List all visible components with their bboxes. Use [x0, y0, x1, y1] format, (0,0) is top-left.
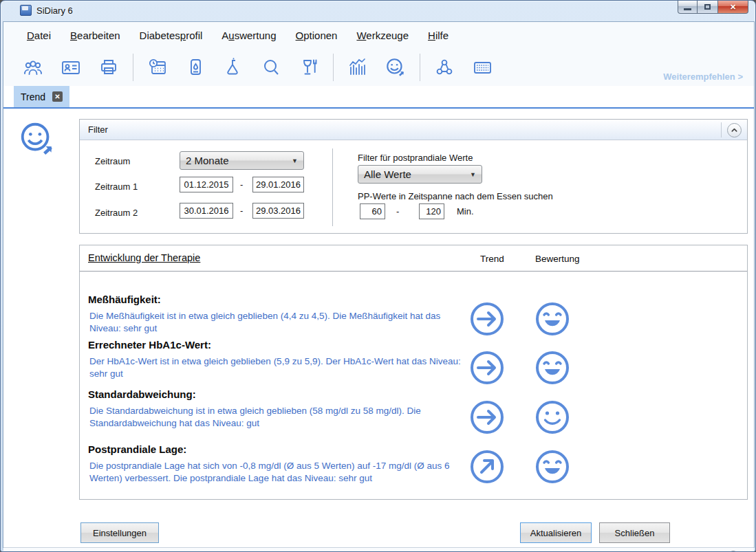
- lab-values-button[interactable]: [217, 54, 249, 81]
- lab-flask-icon: [223, 57, 244, 78]
- row-title-postprandiale-lage: Postprandiale Lage:: [88, 443, 186, 455]
- menu-diabetesprofil[interactable]: Diabetesprofil: [131, 27, 211, 44]
- pp-unit-label: Min.: [457, 206, 474, 217]
- tab-close-icon[interactable]: ✕: [52, 91, 63, 102]
- menu-bar: Datei Bearbeiten Diabetesprofil Auswertu…: [3, 22, 754, 48]
- zeitraum1-to-input[interactable]: 29.01.2016: [252, 177, 304, 192]
- search-icon: [261, 57, 281, 78]
- zeitraum-select[interactable]: 2 Monate ▼: [180, 151, 304, 170]
- toolbar-separator: [420, 54, 420, 81]
- chevron-down-icon: ▼: [292, 157, 298, 164]
- calendar-clock-icon: [147, 57, 168, 78]
- menu-hilfe[interactable]: Hilfe: [420, 27, 457, 44]
- date-range-dash: -: [240, 206, 243, 216]
- settings-button[interactable]: Einstellungen: [80, 522, 159, 543]
- refresh-button[interactable]: Aktualisieren: [520, 522, 592, 543]
- contact-card-icon: [61, 57, 81, 78]
- trend-smiley-icon: [385, 57, 407, 78]
- therapy-panel: Entwicklung der Therapie Trend Bewertung…: [79, 245, 748, 500]
- row-text: Der HbA1c-Wert ist in etwa gleich geblie…: [89, 355, 464, 380]
- zeitraum2-to-input[interactable]: 29.03.2016: [252, 203, 304, 219]
- row-title-standardabweichung: Standardabweichung:: [88, 388, 196, 400]
- toolbar-separator: [333, 54, 334, 81]
- minimize-button[interactable]: [678, 1, 698, 14]
- app-window: SiDiary 6 ✕ Datei Bearbeiten Diabetespro…: [0, 0, 756, 552]
- search-button[interactable]: [255, 54, 287, 81]
- trend-arrow-right-icon: [469, 399, 505, 435]
- row-text: Die Standardabweichung ist in etwa gleic…: [89, 405, 464, 430]
- share-sync-button[interactable]: [429, 54, 460, 81]
- trend-arrow-right-icon: [469, 350, 505, 386]
- collapse-filter-button[interactable]: [727, 123, 742, 137]
- patient-data-button[interactable]: [55, 54, 87, 81]
- rating-column-header: Bewertung: [535, 254, 580, 264]
- printer-icon: [98, 57, 119, 78]
- maximize-button[interactable]: [698, 1, 717, 14]
- close-tab-button[interactable]: Schließen: [599, 522, 670, 543]
- toolbar: [3, 48, 754, 86]
- row-title-messhaeufigkeit: Meßhäufigkeit:: [88, 294, 161, 305]
- close-icon: ✕: [730, 3, 736, 12]
- patients-button[interactable]: [17, 54, 49, 81]
- pp-filter-selected-value: Alle Werte: [364, 168, 470, 180]
- zeitraum2-from-input[interactable]: 30.01.2016: [180, 203, 233, 219]
- pp-range-dash: -: [396, 206, 399, 217]
- recommend-link[interactable]: Weiterempfehlen >: [663, 71, 743, 82]
- pp-max-input[interactable]: 120: [419, 203, 444, 219]
- filter-vertical-separator: [332, 148, 333, 226]
- status-bar: Bereit. Demo, Test: [3, 547, 754, 552]
- trend-button[interactable]: [380, 54, 411, 81]
- tab-label: Trend: [21, 91, 45, 102]
- menu-optionen[interactable]: Optionen: [288, 27, 346, 44]
- print-button[interactable]: [93, 54, 125, 81]
- zeitraum-label: Zeitraum: [95, 156, 130, 166]
- share-icon: [434, 57, 455, 78]
- zeitraum1-from-input[interactable]: 01.12.2015: [180, 177, 233, 192]
- users-icon: [23, 58, 43, 77]
- menu-auswertung[interactable]: Auswertung: [213, 27, 284, 44]
- pp-min-input[interactable]: 60: [360, 203, 385, 219]
- row-text: Die postprandiale Lage hat sich von -0,8…: [89, 460, 464, 485]
- trend-arrow-up-right-icon: [469, 449, 505, 485]
- row-text: Die Meßhäufigkeit ist in etwa gleich geb…: [89, 310, 464, 335]
- minimize-icon: [684, 8, 691, 10]
- pp-filter-select[interactable]: Alle Werte ▼: [358, 165, 482, 184]
- close-button[interactable]: ✕: [717, 1, 748, 14]
- menu-bearbeiten[interactable]: Bearbeiten: [62, 27, 129, 44]
- menu-datei[interactable]: Datei: [19, 27, 59, 44]
- tab-trend[interactable]: Trend ✕: [14, 86, 69, 107]
- date-range-dash: -: [240, 179, 243, 190]
- window-title: SiDiary 6: [36, 5, 73, 16]
- nutrition-button[interactable]: [293, 54, 325, 81]
- title-bar[interactable]: SiDiary 6 ✕: [1, 1, 755, 21]
- filter-header: Filter: [80, 120, 747, 140]
- rating-smiley-smile-icon: [534, 399, 570, 435]
- keyboard-entry-button[interactable]: [466, 54, 498, 81]
- zeitraum-selected-value: 2 Monate: [186, 155, 292, 166]
- row-title-hba1c: Errechneter HbA1c-Wert:: [88, 339, 211, 351]
- rating-smiley-laugh-icon: [534, 301, 570, 337]
- pp-filter-label: Filter für postprandiale Werte: [358, 153, 473, 163]
- filter-title: Filter: [88, 124, 108, 135]
- glucose-meter-icon: [185, 57, 206, 78]
- chevron-down-icon: ▼: [470, 171, 476, 178]
- toolbar-separator: [133, 54, 133, 81]
- nutrition-icon: [299, 57, 319, 78]
- maximize-icon: [704, 4, 711, 10]
- rating-smiley-laugh-icon: [534, 350, 570, 386]
- trend-column-header: Trend: [480, 254, 504, 264]
- page-trend-smiley-icon: [17, 120, 57, 161]
- rating-smiley-laugh-icon: [534, 449, 570, 485]
- tab-bar: Trend ✕: [3, 86, 754, 107]
- pp-span-label: PP-Werte in Zeitspanne nach dem Essen su…: [358, 191, 553, 201]
- keyboard-icon: [472, 57, 493, 78]
- device-import-button[interactable]: [180, 54, 211, 81]
- chevron-up-icon: [731, 126, 738, 134]
- diary-button[interactable]: [142, 54, 173, 81]
- header-separator: [721, 122, 722, 137]
- menu-werkzeuge[interactable]: Werkzeuge: [348, 27, 417, 44]
- statistics-button[interactable]: [342, 54, 374, 81]
- statistics-icon: [347, 57, 368, 78]
- zeitraum2-label: Zeitraum 2: [95, 208, 138, 218]
- therapy-title: Entwicklung der Therapie: [88, 252, 200, 263]
